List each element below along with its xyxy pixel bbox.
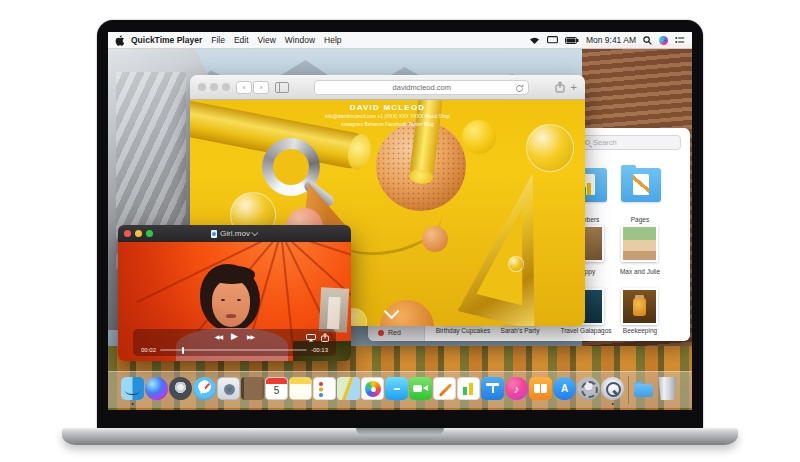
- finder-item-label: Max and Julie: [606, 268, 674, 275]
- dock-numbers[interactable]: [457, 375, 480, 405]
- wifi-icon[interactable]: [529, 36, 540, 45]
- reload-icon[interactable]: [515, 84, 524, 93]
- artwork-small-sphere: [422, 226, 448, 252]
- menu-bar: QuickTime Player FileEditViewWindowHelp …: [108, 32, 692, 49]
- dock-siri[interactable]: [145, 375, 168, 405]
- battery-icon[interactable]: [565, 37, 579, 44]
- dock-calendar[interactable]: 5: [265, 375, 288, 405]
- menu-clock[interactable]: Mon 9:41 AM: [586, 35, 636, 45]
- macbook-marketing-image: MacBook Pro Red NumbersPagesPuppyMax and…: [0, 0, 800, 462]
- play-button[interactable]: ▶: [231, 331, 238, 341]
- display-mirroring-icon[interactable]: [547, 36, 558, 44]
- minimize-button[interactable]: [210, 83, 218, 91]
- numbers-app-icon: [457, 377, 480, 400]
- finder-item-label: Sarah's Party: [486, 327, 554, 334]
- dock-maps[interactable]: [337, 375, 360, 405]
- menu-window[interactable]: Window: [285, 35, 315, 45]
- forward-button[interactable]: ›: [253, 81, 269, 94]
- fast-forward-button[interactable]: ▶▶: [247, 333, 254, 340]
- menu-edit[interactable]: Edit: [234, 35, 249, 45]
- dock: 5•••♪A: [108, 371, 692, 408]
- messages-app-icon: •••: [385, 377, 408, 400]
- quicktime-window[interactable]: Girl.mov: [118, 225, 351, 361]
- movie-file-icon: [211, 230, 217, 238]
- dock-ibooks[interactable]: [529, 375, 552, 405]
- dock-reminders[interactable]: [313, 375, 336, 405]
- social-links[interactable]: Instagram Behance Facebook Twitter Blog: [226, 122, 550, 127]
- siri-icon[interactable]: [659, 36, 668, 45]
- ibooks-app-icon: [529, 377, 552, 400]
- spotlight-icon[interactable]: [643, 36, 652, 45]
- finder-item-max-and-julie[interactable]: [621, 225, 658, 262]
- search-icon: [585, 140, 590, 145]
- macbook-base: [62, 428, 738, 445]
- maps-app-icon: [337, 377, 360, 400]
- dock-messages[interactable]: •••: [385, 375, 408, 405]
- sysprefs-app-icon: [577, 377, 600, 400]
- dock-photos[interactable]: [361, 375, 384, 405]
- quicktime-titlebar: Girl.mov: [118, 225, 351, 242]
- video-frame: ◀◀ ▶ ▶▶ 00:02: [118, 242, 351, 361]
- artwork-bubble: [508, 256, 524, 272]
- macbook-notch: [356, 428, 444, 435]
- dock-pages[interactable]: [433, 375, 456, 405]
- menu-help[interactable]: Help: [324, 35, 341, 45]
- dock-safari[interactable]: [193, 375, 216, 405]
- dock-sysprefs[interactable]: [577, 375, 600, 405]
- finder-app-icon: [121, 377, 144, 400]
- finder-search-input[interactable]: Search: [579, 135, 681, 150]
- title-chevron-icon[interactable]: [251, 229, 258, 236]
- menu-view[interactable]: View: [258, 35, 276, 45]
- dock-contacts[interactable]: [241, 375, 264, 405]
- page-title: DAVID MCLEOD: [190, 103, 585, 112]
- quicktime-app-icon: [601, 377, 624, 400]
- calendar-app-icon: 5: [265, 377, 288, 400]
- artwork-gold-triangle: [449, 162, 571, 326]
- share-icon[interactable]: [321, 333, 329, 342]
- rewind-button[interactable]: ◀◀: [215, 333, 222, 340]
- photos-app-icon: [361, 377, 384, 400]
- search-placeholder: Search: [593, 138, 617, 147]
- dock-facetime[interactable]: [409, 375, 432, 405]
- dock-itunes[interactable]: ♪: [505, 375, 528, 405]
- scrubber-track[interactable]: [160, 349, 307, 351]
- dock-mail[interactable]: [217, 375, 240, 405]
- dock-keynote[interactable]: [481, 375, 504, 405]
- elapsed-time: 00:02: [141, 347, 156, 353]
- dock-quicktime[interactable]: [601, 375, 624, 405]
- finder-item-pages[interactable]: [621, 168, 661, 202]
- share-icon[interactable]: [555, 81, 565, 93]
- close-button[interactable]: [198, 83, 206, 91]
- playback-controls: ◀◀ ▶ ▶▶ 00:02: [133, 329, 336, 356]
- contact-links[interactable]: info@davidmcleod.com +1 (XXX) XXX XXXX A…: [226, 114, 550, 119]
- dock-trash[interactable]: [656, 375, 679, 405]
- new-tab-icon[interactable]: +: [571, 81, 577, 93]
- sidebar-icon[interactable]: [275, 82, 289, 93]
- back-button[interactable]: ‹: [236, 81, 252, 94]
- notification-center-icon[interactable]: [675, 36, 685, 44]
- apple-menu-icon[interactable]: [115, 35, 124, 46]
- menu-file[interactable]: File: [211, 35, 225, 45]
- finder-item-beekeeping[interactable]: [621, 288, 658, 325]
- dock-items: 5•••♪A: [121, 372, 680, 408]
- dock-notes[interactable]: [289, 375, 312, 405]
- dock-launchpad[interactable]: [169, 375, 192, 405]
- finder-item-label: Beekeeping: [606, 327, 674, 334]
- finder-item-label: Pages: [606, 216, 674, 223]
- safari-app-icon: [193, 377, 216, 400]
- pages-app-icon: [433, 377, 456, 400]
- running-indicator: [611, 403, 614, 406]
- playhead[interactable]: [182, 347, 184, 354]
- menu-app-name[interactable]: QuickTime Player: [131, 35, 202, 45]
- downloads-app-icon: [632, 377, 655, 400]
- zoom-button[interactable]: [222, 83, 230, 91]
- contacts-app-icon: [241, 377, 264, 400]
- dock-appstore[interactable]: A: [553, 375, 576, 405]
- address-bar[interactable]: davidmcleod.com: [314, 80, 529, 95]
- dock-downloads[interactable]: [632, 375, 655, 405]
- launchpad-app-icon: [169, 377, 192, 400]
- running-indicator: [131, 403, 134, 406]
- airplay-icon[interactable]: [306, 334, 316, 342]
- facetime-app-icon: [409, 377, 432, 400]
- dock-finder[interactable]: [121, 375, 144, 405]
